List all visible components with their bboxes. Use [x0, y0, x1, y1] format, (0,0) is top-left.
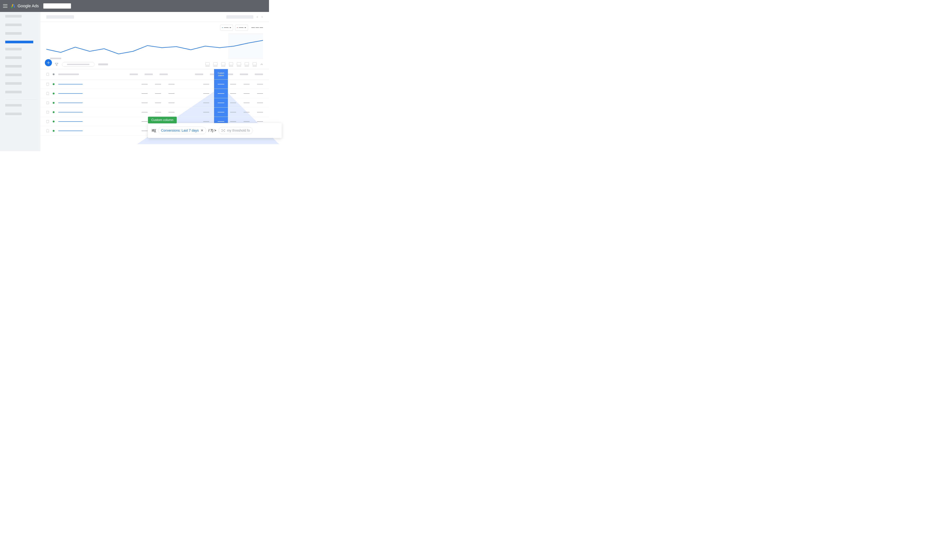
status-header-icon: [53, 73, 54, 75]
row-name-link[interactable]: [58, 112, 83, 112]
column-option-2[interactable]: [213, 63, 217, 66]
metric-selector-1[interactable]: [220, 25, 233, 31]
chart-area: [40, 22, 269, 59]
header-search-input[interactable]: [43, 3, 71, 9]
table-row[interactable]: [40, 80, 269, 89]
column-option-7[interactable]: [253, 63, 257, 66]
logo[interactable]: Google Ads: [11, 3, 39, 8]
action-row: [40, 61, 269, 69]
cell: [257, 112, 263, 112]
close-icon[interactable]: ✕: [200, 128, 203, 132]
custom-column-cell: [214, 108, 228, 117]
cell: [257, 103, 263, 103]
metric-selector-2[interactable]: [235, 25, 248, 31]
cell: [230, 122, 236, 122]
table-row[interactable]: [40, 98, 269, 108]
sidebar-item[interactable]: [5, 15, 37, 19]
table-row[interactable]: [40, 89, 269, 98]
column-option-4[interactable]: [229, 63, 233, 66]
filter-chip[interactable]: [62, 62, 94, 67]
status-dot-icon: [53, 111, 54, 113]
sidebar-item[interactable]: [5, 104, 37, 108]
status-dot-icon: [53, 130, 54, 132]
sidebar-item[interactable]: [5, 56, 37, 60]
sidebar-item[interactable]: [5, 48, 37, 52]
sidebar-item[interactable]: [5, 23, 37, 28]
cell: [155, 112, 161, 112]
row-checkbox[interactable]: [46, 111, 49, 114]
cell: [244, 93, 250, 94]
row-checkbox[interactable]: [46, 83, 49, 86]
cell: [142, 93, 148, 94]
column-option-1[interactable]: [205, 63, 210, 66]
row-name-link[interactable]: [58, 131, 83, 131]
add-button[interactable]: [45, 59, 52, 66]
column-header[interactable]: [160, 74, 168, 75]
sidebar-item[interactable]: [5, 112, 37, 117]
row-checkbox[interactable]: [46, 102, 49, 104]
cell: [203, 112, 209, 112]
cell: [203, 84, 209, 85]
column-header[interactable]: [240, 74, 248, 75]
cell: [230, 103, 236, 103]
status-dot-icon: [53, 83, 54, 85]
sidebar-item-active[interactable]: [5, 41, 33, 43]
status-dot-icon: [53, 121, 54, 123]
row-checkbox[interactable]: [46, 129, 49, 132]
row-checkbox[interactable]: [46, 92, 49, 95]
status-dot-icon: [53, 92, 54, 94]
column-header[interactable]: [58, 74, 79, 75]
row-name-link[interactable]: [58, 84, 83, 85]
column-option-3[interactable]: [221, 63, 225, 66]
app-header: Google Ads: [0, 0, 269, 12]
column-option-5[interactable]: [237, 63, 241, 66]
cell: [203, 103, 209, 103]
formula-chip-reference[interactable]: my threshold fo: [219, 127, 253, 134]
chevron-left-icon[interactable]: [256, 16, 258, 18]
column-option-6[interactable]: [245, 63, 249, 66]
content-area: Custom column Custom column if(( Convers…: [40, 12, 269, 151]
cell: [168, 103, 174, 103]
content-header: [40, 12, 269, 22]
row-name-link[interactable]: [58, 93, 83, 94]
custom-column-header[interactable]: Custom column: [214, 69, 228, 79]
table-row[interactable]: [40, 108, 269, 117]
column-header[interactable]: [255, 74, 263, 75]
link-icon: [221, 129, 225, 132]
column-header[interactable]: [195, 74, 203, 75]
cell: [244, 122, 250, 122]
cell: [142, 122, 148, 122]
menu-icon[interactable]: [3, 4, 8, 8]
column-header[interactable]: [145, 74, 153, 75]
row-name-link[interactable]: [58, 103, 83, 103]
app-title: Google Ads: [18, 3, 39, 8]
cell: [155, 103, 161, 103]
row-name-link[interactable]: [58, 122, 83, 122]
sidebar-item[interactable]: [5, 82, 37, 86]
select-all-checkbox[interactable]: [46, 73, 49, 75]
sidebar-item[interactable]: [5, 74, 37, 78]
custom-column-cell: [214, 98, 228, 107]
status-dot-icon: [53, 102, 54, 104]
expand-icon[interactable]: [260, 63, 263, 66]
filter-icon[interactable]: [55, 63, 58, 66]
sidebar-item[interactable]: [5, 91, 37, 95]
sidebar-item[interactable]: [5, 65, 37, 69]
sidebar-divider: [5, 99, 37, 100]
formula-chip-conversions[interactable]: Conversions: Last 7 days ✕: [158, 127, 206, 134]
date-range-placeholder[interactable]: [227, 15, 253, 18]
column-header[interactable]: [129, 74, 138, 75]
chevron-right-icon[interactable]: [261, 16, 263, 18]
line-chart: [46, 33, 263, 59]
page-title-placeholder: [46, 15, 74, 18]
cell: [155, 84, 161, 85]
sidebar-item[interactable]: [5, 32, 37, 36]
formula-chip-label: Conversions: Last 7 days: [161, 129, 199, 132]
cell: [155, 93, 161, 94]
cell: [257, 84, 263, 85]
cell: [142, 103, 148, 103]
formula-operator: / 7) >: [208, 129, 216, 132]
cell: [142, 131, 148, 131]
sidebar: [0, 12, 40, 151]
row-checkbox[interactable]: [46, 120, 49, 123]
